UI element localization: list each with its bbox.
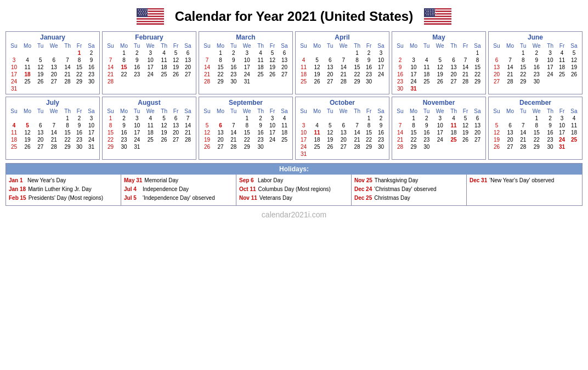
weekday-header: Su: [8, 108, 20, 115]
weekday-header: Mo: [213, 42, 228, 49]
day-cell: 24: [544, 71, 556, 78]
day-cell: 9: [85, 57, 98, 64]
day-cell: 18: [143, 129, 158, 136]
day-cell: [324, 115, 336, 122]
day-cell: 22: [104, 136, 117, 143]
day-cell: 20: [35, 136, 46, 143]
weekday-header: Th: [351, 108, 363, 115]
day-cell: 21: [61, 71, 74, 78]
month-title: May: [394, 33, 484, 41]
day-cell: 16: [117, 129, 131, 136]
day-cell: [310, 115, 324, 122]
day-cell: 4: [143, 115, 158, 122]
day-cell: 28: [394, 143, 406, 150]
day-cell: [406, 49, 421, 57]
weekday-header: Tu: [131, 42, 143, 49]
day-cell: 17: [406, 71, 421, 78]
month-title: July: [8, 99, 98, 106]
day-cell: [432, 49, 448, 57]
holiday-item: Dec 31'New Year's Day' observed: [470, 177, 579, 184]
holiday-item: Oct 11Columbus Day (Most regions): [239, 186, 348, 193]
day-cell: 13: [213, 129, 228, 136]
page-header: ★ ★ ★ ★ ★ ★ ★ ★ ★ ★ ★ ★ ★ ★ ★ ★ ★ ★ ★ ★ …: [5, 8, 583, 25]
day-cell: 22: [213, 71, 228, 78]
day-cell: 22: [406, 136, 421, 143]
day-cell: [421, 85, 432, 92]
weekday-header: Sa: [278, 108, 291, 115]
holiday-date: Dec 24: [354, 186, 372, 193]
day-cell: 20: [503, 136, 517, 143]
holiday-name: Martin Luther King Jr. Day: [28, 186, 92, 193]
day-cell: 11: [310, 129, 324, 136]
day-cell: 7: [394, 122, 406, 129]
day-cell: [74, 85, 85, 92]
day-cell: 20: [324, 71, 336, 78]
weekday-header: Th: [61, 42, 74, 49]
day-cell: 11: [8, 129, 20, 136]
day-cell: 6: [503, 122, 517, 129]
weekday-header: Mo: [406, 42, 421, 49]
day-cell: 12: [460, 122, 471, 129]
day-cell: 30: [544, 143, 556, 150]
day-cell: 4: [421, 57, 432, 64]
day-cell: 6: [213, 122, 228, 129]
day-cell: 30: [74, 143, 85, 150]
day-cell: 7: [201, 57, 213, 64]
day-cell: 30: [228, 78, 239, 85]
day-cell: 23: [421, 136, 432, 143]
holiday-item: Nov 25Thanksgiving Day: [354, 177, 463, 184]
day-cell: 15: [351, 64, 363, 71]
day-cell: 14: [394, 129, 406, 136]
day-cell: 12: [201, 129, 213, 136]
day-cell: [61, 49, 74, 57]
day-cell: 3: [406, 57, 421, 64]
weekday-header: Fr: [267, 42, 278, 49]
day-cell: 7: [351, 122, 363, 129]
day-cell: 26: [324, 143, 336, 150]
day-cell: 1: [117, 49, 131, 57]
day-cell: 3: [432, 115, 448, 122]
day-cell: 17: [432, 129, 448, 136]
day-cell: 29: [351, 78, 363, 85]
weekday-header: We: [239, 42, 255, 49]
day-cell: 16: [421, 129, 432, 136]
day-cell: 3: [131, 115, 143, 122]
day-cell: 10: [239, 57, 255, 64]
day-cell: [432, 85, 448, 92]
calendar-grid: JanuarySuMoTuWeThFrSa1234567891011121314…: [5, 31, 583, 160]
day-cell: 2: [131, 49, 143, 57]
holiday-item: Sep 6Labor Day: [239, 177, 348, 184]
day-cell: 23: [363, 71, 375, 78]
day-cell: 18: [297, 71, 310, 78]
holidays-section: Holidays: Jan 1New Year's DayJan 18Marti…: [5, 163, 583, 206]
day-cell: [85, 85, 98, 92]
day-cell: 24: [131, 136, 143, 143]
day-cell: [170, 78, 182, 85]
day-cell: [278, 78, 291, 85]
day-cell: 25: [556, 71, 568, 78]
day-cell: 31: [85, 143, 98, 150]
day-cell: 9: [544, 122, 556, 129]
weekday-header: Fr: [170, 42, 182, 49]
day-cell: 24: [297, 143, 310, 150]
weekday-header: Sa: [85, 42, 98, 49]
weekday-header: Mo: [310, 108, 324, 115]
weekday-header: We: [143, 108, 158, 115]
month-table: SuMoTuWeThFrSa12345678910111213141516171…: [104, 108, 194, 150]
day-cell: 5: [568, 49, 580, 57]
month-box-march: MarchSuMoTuWeThFrSa123456789101112131415…: [199, 31, 293, 94]
holiday-name: Thanksgiving Day: [375, 177, 418, 184]
day-cell: 4: [568, 115, 580, 122]
day-cell: 27: [336, 143, 351, 150]
day-cell: 13: [490, 64, 503, 71]
day-cell: 5: [432, 57, 448, 64]
day-cell: 17: [143, 64, 158, 71]
day-cell: 13: [46, 64, 61, 71]
day-cell: 1: [351, 49, 363, 57]
month-box-may: MaySuMoTuWeThFrSa12345678910111213141516…: [392, 31, 486, 94]
day-cell: 2: [363, 49, 375, 57]
day-cell: 24: [8, 78, 20, 85]
month-table: SuMoTuWeThFrSa12345678910111213141516171…: [201, 42, 291, 85]
weekday-header: Su: [297, 108, 310, 115]
weekday-header: Mo: [503, 108, 517, 115]
